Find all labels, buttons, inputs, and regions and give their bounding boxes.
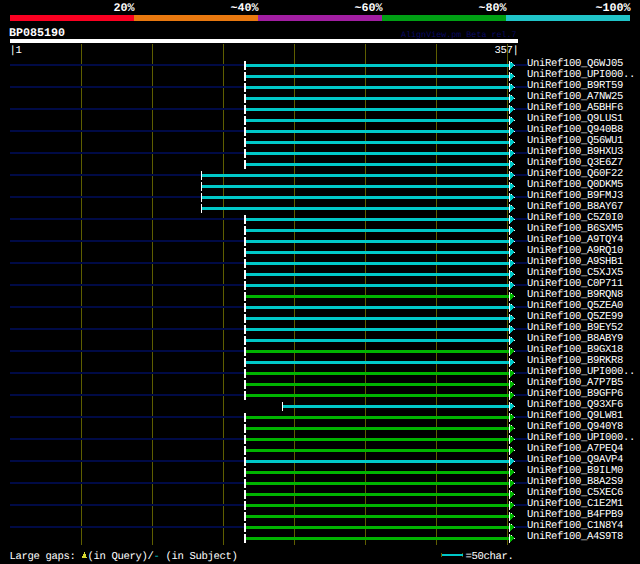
svg-text:-: - [154,551,160,563]
svg-text:=50char.: =50char. [466,551,514,563]
svg-text:UniRef100_A4S9T8: UniRef100_A4S9T8 [527,531,623,543]
svg-text:BP085190: BP085190 [9,26,65,40]
svg-text:Large gaps:: Large gaps: [10,551,76,563]
svg-text:(in Query)/: (in Query)/ [88,551,154,563]
svg-text:20%: 20% [113,1,135,15]
svg-text:AlignView.pm Beta rel.7: AlignView.pm Beta rel.7 [401,30,517,40]
svg-text:~80%: ~80% [478,1,507,15]
svg-text:(in Subject): (in Subject) [166,551,238,563]
svg-text:357|: 357| [495,45,519,57]
svg-text:~60%: ~60% [354,1,383,15]
svg-text:~100%: ~100% [595,1,631,15]
svg-text:~40%: ~40% [230,1,259,15]
svg-text:|1: |1 [10,45,22,57]
